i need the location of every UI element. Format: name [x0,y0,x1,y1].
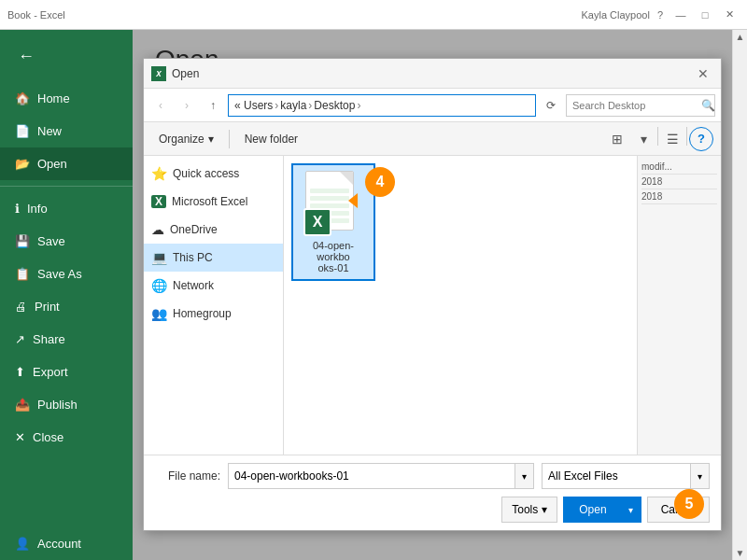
sidebar-item-home[interactable]: 🏠 Home [0,82,133,115]
help-title-icon[interactable]: ? [657,9,663,21]
search-icon: 🔍 [701,99,715,112]
scroll-up-button[interactable]: ▲ [734,30,747,44]
sidebar-export-label: Export [33,365,68,379]
filetype-wrapper: All Excel Files ▾ [542,463,710,489]
sidebar-item-publish[interactable]: 📤 Publish [0,388,133,421]
sidebar-open-label: Open [37,157,67,171]
file-name-label: 04-open-workbooks-01 [299,240,368,273]
close-window-button[interactable]: ✕ [719,5,740,25]
info-row-date1: 2018 [641,175,717,189]
file-item-workbook[interactable]: X 4 04-op [291,163,375,281]
open-split-button[interactable]: ▾ [622,497,641,522]
callout-5-wrapper: 5 [674,489,704,519]
filename-input-wrapper: ▾ [228,463,534,489]
help-button[interactable]: ? [689,127,713,151]
callout-4-arrow [348,193,358,208]
toolbar-separator [229,130,230,148]
dialog-overlay: x Open ✕ ‹ › ↑ « Users › kayla › Des [133,30,732,560]
maximize-button[interactable]: □ [695,5,715,25]
view-icon-button[interactable]: ⊞ [605,127,629,151]
sidebar-item-info[interactable]: ℹ Info [0,192,133,225]
sidebar-item-save[interactable]: 💾 Save [0,225,133,258]
up-nav-button[interactable]: ↑ [202,94,224,117]
path-kayla: kayla [280,99,306,112]
saveas-icon: 📋 [15,267,30,281]
dialog-body: ⭐ Quick access X Microsoft Excel ☁ OneDr… [144,156,721,455]
sidebar-home-label: Home [37,91,70,105]
view-dropdown-button[interactable]: ▾ [631,127,655,151]
excel-dialog-icon: x [151,66,166,81]
info-row-date2: 2018 [641,189,717,204]
toolbar-sep-2 [657,127,658,146]
forward-nav-button[interactable]: › [176,94,198,117]
callout-4-badge: 4 [365,167,395,197]
refresh-button[interactable]: ⟳ [540,94,562,117]
new-folder-button[interactable]: New folder [237,127,305,151]
account-icon: 👤 [15,537,30,551]
save-icon: 💾 [15,234,30,248]
sidebar-item-saveas[interactable]: 📋 Save As [0,258,133,290]
back-nav-button[interactable]: ‹ [149,94,172,117]
new-icon: 📄 [15,124,30,138]
nav-quick-access-label: Quick access [173,167,239,180]
callout-5-badge: 5 [674,489,704,519]
filename-input[interactable] [229,464,514,488]
details-view-button[interactable]: ☰ [660,127,684,151]
dialog-close-button[interactable]: ✕ [693,63,713,84]
sidebar-item-print[interactable]: 🖨 Print [0,290,133,323]
minimize-button[interactable]: — [670,5,691,25]
nav-homegroup[interactable]: 👥 Homegroup [144,300,283,328]
right-scrollbar[interactable]: ▲ ▼ [732,30,747,560]
nav-quick-access[interactable]: ⭐ Quick access [144,160,283,188]
path-sep-1: › [275,99,278,112]
excel-nav-icon: X [151,195,166,208]
file-area: X 4 04-op [284,156,637,455]
organize-label: Organize [159,133,204,146]
address-path[interactable]: « Users › kayla › Desktop › [228,94,536,117]
new-folder-label: New folder [245,133,298,146]
sidebar-item-share[interactable]: ↗ Share [0,323,133,356]
nav-onedrive[interactable]: ☁ OneDrive [144,216,283,244]
print-icon: 🖨 [15,300,27,314]
nav-microsoft-excel[interactable]: X Microsoft Excel [144,188,283,216]
share-icon: ↗ [15,332,25,346]
toolbar-right: ⊞ ▾ ☰ ? [605,127,713,151]
nav-this-pc[interactable]: 💻 This PC [144,244,283,272]
dialog-titlebar: x Open ✕ [144,59,721,89]
open-dialog: x Open ✕ ‹ › ↑ « Users › kayla › Des [143,58,722,531]
file-line [310,189,349,193]
title-bar: Book - Excel Kayla Claypool ? — □ ✕ [0,0,747,30]
sidebar-item-close[interactable]: ✕ Close [0,421,133,454]
search-input[interactable] [572,100,701,111]
sidebar-item-open[interactable]: 📂 Open [0,147,133,180]
scroll-down-button[interactable]: ▼ [734,546,747,560]
sidebar-info-label: Info [27,202,48,216]
sidebar-item-new[interactable]: 📄 New [0,115,133,147]
filetype-text: All Excel Files [543,464,690,488]
filename-label: File name: [155,469,220,483]
view-arrow-icon: ▾ [641,132,647,147]
nav-this-pc-label: This PC [173,251,213,264]
sidebar-publish-label: Publish [37,398,78,412]
action-row: Tools ▾ Open ▾ Cancel [155,497,710,523]
tools-button[interactable]: Tools ▾ [501,497,557,523]
filename-dropdown-button[interactable]: ▾ [514,464,533,488]
filetype-dropdown-button[interactable]: ▾ [690,464,709,488]
nav-network[interactable]: 🌐 Network [144,272,283,300]
open-button[interactable]: Open [564,497,621,522]
sidebar-save-label: Save [37,234,65,248]
search-box: 🔍 [566,94,715,117]
tools-label: Tools [512,503,538,516]
export-icon: ⬆ [15,365,25,379]
sidebar-item-export[interactable]: ⬆ Export [0,356,133,388]
sidebar-item-account[interactable]: 👤 Account [0,527,133,560]
publish-icon: 📤 [15,398,30,412]
sidebar-back-button[interactable]: ← [7,37,45,75]
quick-access-icon: ⭐ [151,166,167,181]
home-icon: 🏠 [15,91,30,105]
homegroup-icon: 👥 [151,306,167,321]
path-desktop: Desktop [314,99,355,112]
details-icon: ☰ [667,132,679,147]
sidebar-saveas-label: Save As [37,267,82,281]
organize-button[interactable]: Organize ▾ [151,127,221,151]
